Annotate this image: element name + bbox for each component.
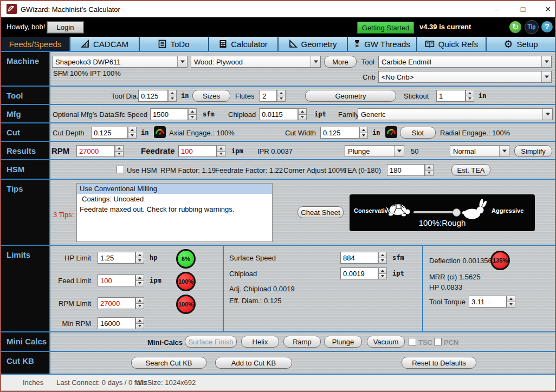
chipload-label: Chipload [228,110,256,119]
rpm-spinner[interactable] [115,145,124,157]
getting-started-button[interactable]: Getting Started [357,22,414,34]
crib-select[interactable]: <No Crib> [378,71,552,83]
tip-item[interactable]: Feedrate maxed out. Check for rubbing wa… [77,204,272,214]
hp-limit-input[interactable] [98,252,135,264]
slider-track[interactable] [413,211,457,213]
mode-select[interactable]: Normal [450,145,509,157]
sidebar-item-cut-kb[interactable]: Cut KB [1,352,50,374]
sidebar-item-mfg[interactable]: Mfg [1,105,50,122]
more-button[interactable]: More [324,56,357,68]
sidebar-item-results[interactable]: Results [1,142,50,159]
tips-listbox: Use Conventional Milling Coatings: Uncoa… [76,183,273,242]
flutes-input[interactable] [260,90,277,102]
stickout-input[interactable] [436,90,466,102]
stickout-unit: in [479,92,486,100]
tab-setup[interactable]: ⚙ Setup [487,37,555,51]
sidebar-item-mini-calcs[interactable]: Mini Calcs [1,332,50,351]
surface-speed-spinner[interactable] [378,252,387,264]
tab-geometry[interactable]: Geometry [279,37,348,51]
tool-torque-spinner[interactable] [507,296,515,308]
feedrate-spinner[interactable] [217,145,225,157]
use-hsm-checkbox[interactable] [117,166,124,173]
surface-finish-button[interactable]: Surface Finish [185,336,237,348]
flutes-spinner[interactable] [277,90,286,102]
tsc-checkbox[interactable] [409,338,416,345]
chipload-limit-input[interactable] [340,267,378,279]
maximize-button[interactable]: □ [514,3,532,16]
machine-select-value: Shapeoko3 DWP611 [53,58,177,66]
tab-feeds-speeds[interactable]: Feeds/Speeds [1,37,70,51]
sidebar-item-tips[interactable]: Tips [1,180,50,245]
help-icon[interactable]: ? [541,21,553,32]
vacuum-button[interactable]: Vacuum [367,336,405,348]
cut-width-input[interactable] [320,127,359,139]
rpm-input[interactable] [76,145,115,157]
plunge-button[interactable]: Plunge [324,336,362,348]
rpm-limit-spinner[interactable] [135,297,144,309]
tea-input[interactable] [387,164,425,176]
sizes-button[interactable]: Sizes [192,90,230,102]
add-to-cut-kb-button[interactable]: Add to Cut KB [215,357,292,369]
surface-speed-input[interactable] [340,252,378,264]
chipload-limit-spinner[interactable] [378,267,387,279]
sidebar-item-tool[interactable]: Tool [1,87,50,104]
tool-torque-input[interactable] [469,296,507,308]
rpm-limit-input[interactable] [98,297,135,309]
tool-dia-spinner[interactable] [168,90,177,102]
cut-width-spinner[interactable] [359,127,368,139]
feedrate-input[interactable] [178,145,217,157]
tab-cadcam[interactable]: CADCAM [70,37,140,51]
tip-item[interactable]: Use Conventional Milling [77,184,272,194]
minimize-button[interactable]: – [488,3,506,16]
material-select[interactable]: Wood: Plywood [191,56,321,68]
sfc-speed-spinner[interactable] [188,108,197,120]
hp-limit-spinner[interactable] [135,252,144,264]
stickout-spinner[interactable] [466,90,474,102]
family-select[interactable]: Generic [358,108,553,120]
tab-todo[interactable]: ToDo [140,37,209,51]
chipload-input[interactable] [259,108,298,120]
cut-depth-spinner[interactable] [128,127,137,139]
rpm-factor-text: RPM Factor: 1.19 [160,166,216,174]
ramp-button[interactable]: Ramp [283,336,321,348]
geometry-button[interactable]: Geometry [305,90,396,102]
close-button[interactable]: ✕ [539,3,556,16]
tip-icon[interactable]: Tip [525,20,539,34]
simplify-button[interactable]: Simplify [514,145,552,157]
cheat-sheet-button[interactable]: Cheat Sheet [298,206,344,218]
chipload-limit-unit: ipt [392,270,404,277]
login-button[interactable]: Login [47,22,83,33]
plunge-select[interactable]: Plunge [345,145,404,157]
machine-select[interactable]: Shapeoko3 DWP611 [52,56,188,68]
tea-spinner[interactable] [425,164,434,176]
chipload-spinner[interactable] [298,108,307,120]
sidebar-item-limits[interactable]: Limits [1,246,50,331]
chevron-down-icon [499,146,509,156]
cut-depth-input[interactable] [91,127,128,139]
tab-calculator[interactable]: Calculator [209,37,279,51]
cut-width-unit: in [372,129,380,136]
min-rpm-input[interactable] [98,317,135,329]
sidebar-item-machine[interactable]: Machine [1,52,50,86]
reset-to-defaults-button[interactable]: Reset to Defaults [402,357,476,369]
tool-select[interactable]: Carbide Endmill [378,56,552,68]
slider-handle[interactable] [452,208,461,217]
sidebar-item-hsm[interactable]: HSM [1,160,50,179]
tool-dia-input[interactable] [138,90,168,102]
feed-limit-input[interactable] [98,275,135,286]
search-cut-kb-button[interactable]: Search Cut KB [131,357,206,369]
helix-button[interactable]: Helix [241,336,279,348]
est-tea-button[interactable]: Est. TEA [451,164,490,176]
last-connect-status: Last Connect: 0 days / 0 fails [56,378,147,387]
sfc-speed-input[interactable] [150,108,188,120]
sidebar-item-cut[interactable]: Cut [1,123,50,141]
tip-item[interactable]: Coatings: Uncoated [77,194,272,204]
aggressive-label: Aggressive [492,207,523,214]
min-rpm-spinner[interactable] [135,317,144,329]
tab-gw-threads[interactable]: GW Threads [348,37,417,51]
slot-button[interactable]: Slot [400,127,436,139]
refresh-icon[interactable]: ↻ [509,21,521,33]
feed-limit-spinner[interactable] [135,275,144,286]
tab-quick-refs[interactable]: Quick Refs [417,37,487,51]
pcn-checkbox[interactable] [434,338,442,345]
